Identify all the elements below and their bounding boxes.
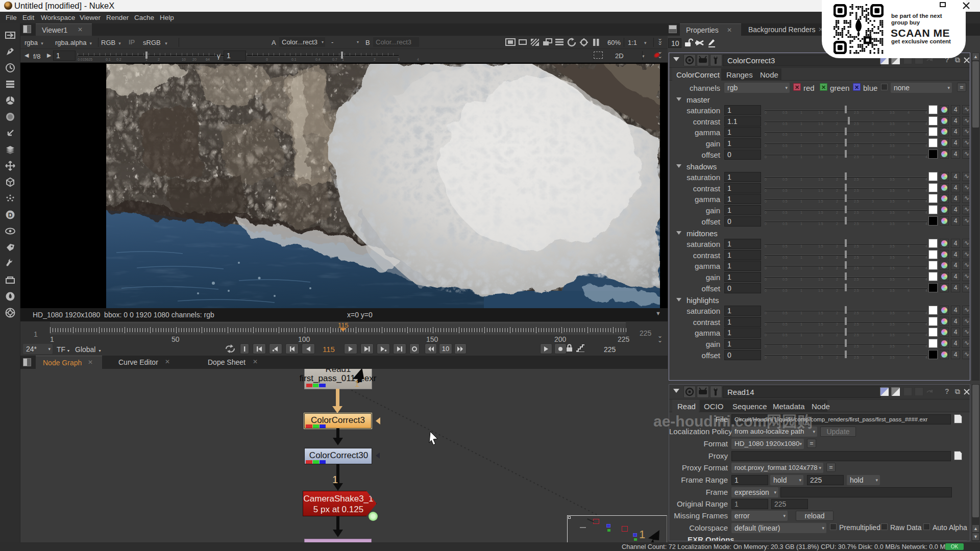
svg-text:D: D (8, 212, 13, 219)
